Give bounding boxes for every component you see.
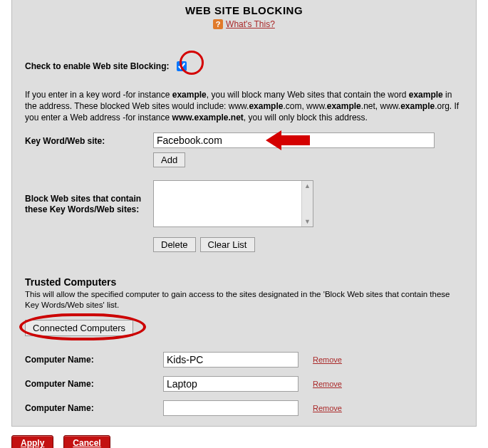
apply-button[interactable]: Apply <box>11 435 53 448</box>
help-link[interactable]: ? What's This? <box>213 19 275 29</box>
enable-label: Check to enable Web site Blocking: <box>25 61 170 71</box>
blocklist-listbox[interactable]: ▲ ▼ <box>153 180 313 227</box>
keyword-input[interactable] <box>153 132 435 148</box>
add-row: Add <box>25 152 463 167</box>
computer-name-input-0[interactable] <box>163 352 298 368</box>
remove-link-0[interactable]: Remove <box>313 355 342 364</box>
cancel-button[interactable]: Cancel <box>63 435 110 448</box>
add-button[interactable]: Add <box>153 152 185 167</box>
clear-list-button[interactable]: Clear List <box>200 237 255 252</box>
computer-label: Computer Name: <box>25 379 149 389</box>
blocklist-buttons-row: Delete Clear List <box>25 231 463 252</box>
enable-row: Check to enable Web site Blocking: <box>25 59 463 73</box>
footer-bar: Apply Cancel <box>11 435 477 448</box>
computer-label: Computer Name: <box>25 403 149 413</box>
connected-wrap: Connected Computers <box>25 320 463 336</box>
connected-computers-button[interactable]: Connected Computers <box>25 320 133 336</box>
delete-button[interactable]: Delete <box>153 237 196 252</box>
computer-label: Computer Name: <box>25 355 149 365</box>
computer-name-input-1[interactable] <box>163 376 298 392</box>
trusted-desc: This will allow the specified computer t… <box>25 289 463 311</box>
panel-header: WEB SITE BLOCKING ? What's This? <box>25 0 463 29</box>
computer-row-0: Computer Name: Remove <box>25 352 463 368</box>
computer-name-input-2[interactable] <box>163 400 298 416</box>
help-link-label: What's This? <box>226 19 275 29</box>
question-icon: ? <box>213 19 223 29</box>
computer-row-1: Computer Name: Remove <box>25 376 463 392</box>
remove-link-1[interactable]: Remove <box>313 380 342 388</box>
keyword-label: Key Word/Web site: <box>25 135 153 146</box>
keyword-row: Key Word/Web site: <box>25 132 463 148</box>
remove-link-2[interactable]: Remove <box>313 404 342 412</box>
page-title: WEB SITE BLOCKING <box>25 4 463 16</box>
scroll-down-icon: ▼ <box>304 218 311 225</box>
blocklist-label: Block Web sites that contain these Key W… <box>25 192 153 215</box>
description-text: If you enter in a key word -for instance… <box>25 89 463 124</box>
trusted-heading: Trusted Computers <box>25 276 463 288</box>
scroll-up-icon: ▲ <box>304 182 311 189</box>
blocklist-row: Block Web sites that contain these Key W… <box>25 180 463 227</box>
computer-row-2: Computer Name: Remove <box>25 400 463 416</box>
scrollbar[interactable]: ▲ ▼ <box>301 181 313 226</box>
settings-panel: WEB SITE BLOCKING ? What's This? Check t… <box>11 0 477 427</box>
enable-checkbox[interactable] <box>177 61 187 71</box>
